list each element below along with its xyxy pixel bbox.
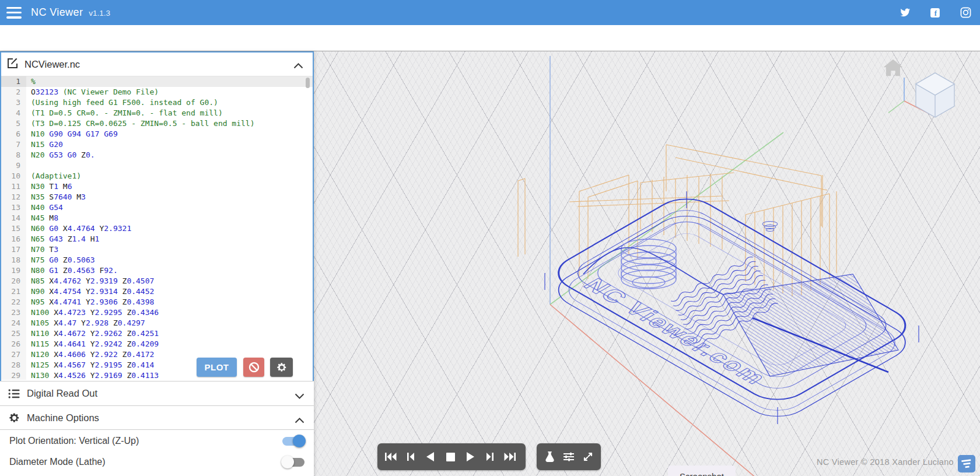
fullscreen-icon[interactable] (578, 445, 597, 468)
code-text: N80 G1 Z0.4563 F92. (26, 265, 118, 276)
tune-sliders-icon[interactable] (559, 445, 579, 468)
code-text: N20 G53 G0 Z0. (26, 150, 95, 160)
code-line[interactable]: 25N110 X4.4672 Y2.9262 Z0.4251 (1, 328, 313, 339)
code-line[interactable]: 6N10 G90 G94 G17 G69 (1, 129, 313, 139)
plot-button[interactable]: PLOT (197, 358, 237, 377)
line-number: 6 (1, 129, 26, 139)
code-line[interactable]: 23N100 X4.4723 Y2.9295 Z0.4346 (1, 307, 313, 318)
code-line[interactable]: 17N70 T3 (1, 244, 313, 255)
code-line[interactable]: 8N20 G53 G0 Z0. (1, 150, 313, 160)
code-line[interactable]: 7N15 G20 (1, 139, 313, 150)
line-number: 1 (1, 76, 26, 87)
code-line[interactable]: 26N115 X4.4641 Y2.9242 Z0.4209 (1, 339, 313, 349)
simulate-flask-icon[interactable] (540, 445, 559, 468)
code-text: N60 G0 X4.4764 Y2.9321 (26, 223, 131, 234)
instagram-icon[interactable] (959, 6, 972, 19)
editor-header[interactable]: NCViewer.nc (1, 52, 313, 76)
code-line[interactable]: 15N60 G0 X4.4764 Y2.9321 (1, 223, 313, 234)
step-forward-button[interactable] (480, 445, 500, 468)
stop-button[interactable] (440, 445, 460, 468)
plot-settings-button[interactable] (270, 358, 293, 377)
section-digital-readout[interactable]: Digital Read Out (0, 381, 314, 405)
line-number: 9 (1, 160, 26, 171)
code-text: N130 X4.4526 Y2.9169 Z0.4113 (26, 370, 159, 380)
code-line[interactable]: 20N85 X4.4762 Y2.9319 Z0.4507 (1, 276, 313, 286)
line-number: 11 (1, 181, 26, 192)
screenshot-button[interactable]: Screenshot (668, 466, 736, 476)
option-row: Plot Orientation: Vertical (Z-Up) (0, 430, 314, 452)
cube-body (916, 73, 954, 117)
view-tools-bar (537, 443, 601, 470)
code-line[interactable]: 16N65 G43 Z1.4 H1 (1, 234, 313, 244)
gear-icon (8, 412, 20, 424)
code-line[interactable]: 11N30 T1 M6 (1, 181, 313, 192)
chevron-up-icon[interactable] (293, 61, 303, 71)
code-line[interactable]: 19N80 G1 Z0.4563 F92. (1, 265, 313, 276)
code-line[interactable]: 28N125 X4.4567 Y2.9195 Z0.414 (1, 360, 313, 370)
line-number: 22 (1, 297, 26, 307)
clear-plot-button[interactable] (243, 358, 264, 377)
play-button[interactable] (460, 445, 480, 468)
nc-viewer-app: NC Viewer v1.1.3 f (0, 0, 980, 476)
code-line[interactable]: 4(T1 D=0.5 CR=0. - ZMIN=0. - flat end mi… (1, 108, 313, 118)
play-reverse-button[interactable] (421, 445, 440, 468)
viewport-3d[interactable]: NC Viewer.com (314, 51, 980, 476)
code-text: (T3 D=0.125 CR=0.0625 - ZMIN=0.5 - ball … (26, 118, 255, 129)
toggle[interactable] (282, 437, 304, 446)
step-back-button[interactable] (401, 445, 421, 468)
left-panel: NCViewer.nc 1%2O32123 (NC Viewer Demo Fi… (0, 51, 314, 476)
code-text (26, 160, 31, 171)
code-text: N95 X4.4741 Y2.9306 Z0.4398 (26, 297, 154, 307)
view-cube[interactable] (888, 68, 980, 144)
brand-badge-icon[interactable] (958, 455, 975, 473)
line-number: 27 (1, 349, 26, 360)
line-number: 5 (1, 118, 26, 129)
editor-scrollbar[interactable] (306, 78, 310, 88)
code-text: N120 X4.4606 Y2.922 Z0.4172 (26, 349, 154, 360)
code-line[interactable]: 24N105 X4.47 Y2.928 Z0.4297 (1, 318, 313, 328)
code-line[interactable]: 9 (1, 160, 313, 171)
code-line[interactable]: 5(T3 D=0.125 CR=0.0625 - ZMIN=0.5 - ball… (1, 118, 313, 129)
toggle[interactable] (282, 458, 304, 467)
code-text: (Using high feed G1 F500. instead of G0.… (26, 97, 218, 108)
section-machine-options[interactable]: Machine Options (0, 405, 314, 430)
toolbar: Sample Xander Luciano (0, 25, 980, 51)
skip-end-button[interactable] (500, 445, 520, 468)
code-text: N90 X4.4754 Y2.9314 Z0.4452 (26, 286, 154, 297)
line-number: 4 (1, 108, 26, 118)
code-line[interactable]: 3(Using high feed G1 F500. instead of G0… (1, 97, 313, 108)
menu-icon[interactable] (6, 7, 22, 19)
line-number: 15 (1, 223, 26, 234)
app-title: NC Viewer (31, 6, 83, 19)
code-line[interactable]: 29N130 X4.4526 Y2.9169 Z0.4113 (1, 370, 313, 380)
code-editor[interactable]: 1%2O32123 (NC Viewer Demo File)3(Using h… (1, 76, 313, 380)
app-version: v1.1.3 (89, 9, 110, 18)
line-number: 19 (1, 265, 26, 276)
section-label: Machine Options (27, 412, 99, 424)
code-text: N40 G54 (26, 202, 63, 213)
code-line[interactable]: 14N45 M8 (1, 213, 313, 223)
code-line[interactable]: 2O32123 (NC Viewer Demo File) (1, 87, 313, 97)
code-line[interactable]: 27N120 X4.4606 Y2.922 Z0.4172 (1, 349, 313, 360)
rapid-moves (518, 145, 836, 296)
twitter-icon[interactable] (898, 6, 911, 19)
code-text: N65 G43 Z1.4 H1 (26, 234, 99, 244)
code-line[interactable]: 10(Adaptive1) (1, 171, 313, 181)
skip-start-button[interactable] (381, 445, 401, 468)
code-text: N125 X4.4567 Y2.9195 Z0.414 (26, 360, 154, 370)
editor-filename: NCViewer.nc (24, 59, 80, 70)
code-line[interactable]: 21N90 X4.4754 Y2.9314 Z0.4452 (1, 286, 313, 297)
facebook-icon[interactable]: f (929, 6, 942, 19)
chevron-down-icon (295, 391, 304, 401)
editor-card: NCViewer.nc 1%2O32123 (NC Viewer Demo Fi… (0, 51, 314, 381)
code-line[interactable]: 13N40 G54 (1, 202, 313, 213)
code-line[interactable]: 22N95 X4.4741 Y2.9306 Z0.4398 (1, 297, 313, 307)
line-number: 14 (1, 213, 26, 223)
code-line[interactable]: 12N35 S7640 M3 (1, 192, 313, 202)
code-lines: 1%2O32123 (NC Viewer Demo File)3(Using h… (1, 76, 313, 380)
code-text: N15 G20 (26, 139, 63, 150)
playback-bar (377, 443, 526, 470)
code-line[interactable]: 18N75 G0 Z0.5063 (1, 255, 313, 265)
code-text: N100 X4.4723 Y2.9295 Z0.4346 (26, 307, 159, 318)
code-line[interactable]: 1% (1, 76, 313, 87)
